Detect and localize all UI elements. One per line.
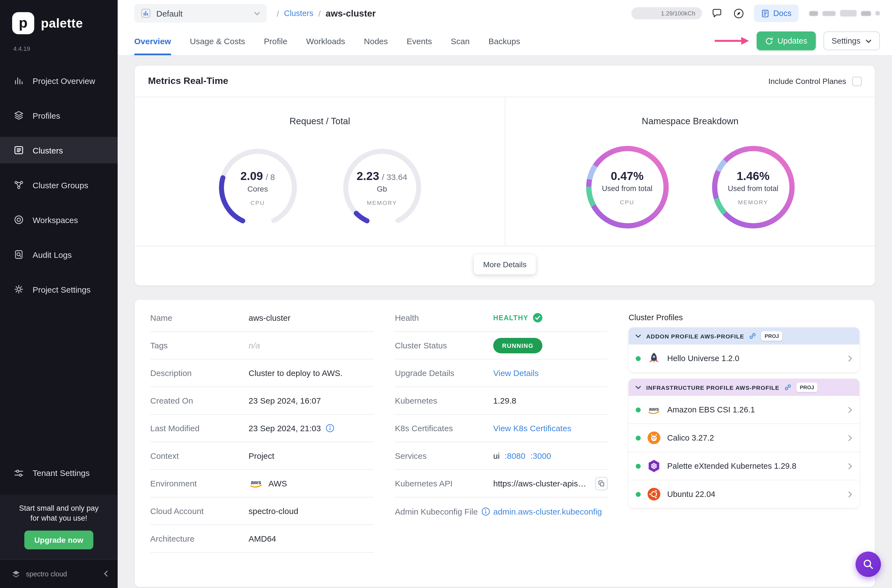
support-search-fab[interactable] bbox=[856, 552, 881, 577]
memory-gauge: 2.23 / 33.64 Gb MEMORY bbox=[341, 146, 423, 229]
sidebar-item-project-overview[interactable]: Project Overview bbox=[0, 68, 118, 94]
palette-logo-letter: p bbox=[19, 15, 28, 30]
gear-icon bbox=[13, 284, 24, 295]
kubeconfig-download-link[interactable]: admin.aws-cluster.kubeconfig bbox=[493, 507, 602, 516]
service-port-3000-link[interactable]: :3000 bbox=[530, 451, 551, 460]
cpu-gauge: 2.09 / 8 Cores CPU bbox=[216, 146, 299, 229]
cpu-gauge-label: CPU bbox=[251, 200, 265, 206]
sidebar-item-profiles[interactable]: Profiles bbox=[0, 102, 118, 129]
status-dot bbox=[636, 492, 641, 496]
profile-item-ubuntu[interactable]: Ubuntu 22.04 bbox=[629, 480, 859, 508]
status-row-health: Health HEALTHY bbox=[395, 304, 608, 332]
nodes-icon bbox=[13, 179, 24, 190]
tab-usage-costs[interactable]: Usage & Costs bbox=[190, 27, 245, 55]
profile-item-pxk[interactable]: Palette eXtended Kubernetes 1.29.8 bbox=[629, 452, 859, 480]
sidebar-item-workspaces[interactable]: Workspaces bbox=[0, 207, 118, 233]
view-details-link[interactable]: View Details bbox=[493, 368, 539, 378]
magnifier-icon bbox=[862, 558, 874, 570]
redacted-block bbox=[840, 10, 857, 16]
profile-item-hello-universe[interactable]: Hello Universe 1.2.0 bbox=[629, 345, 859, 372]
cluster-status-column: Health HEALTHY Cluster Status RUNNING Up… bbox=[395, 304, 608, 570]
project-selector[interactable]: Default bbox=[134, 4, 267, 22]
running-status-badge: RUNNING bbox=[493, 338, 542, 353]
memory-unit: Gb bbox=[377, 184, 387, 193]
updates-button[interactable]: Updates bbox=[757, 32, 815, 50]
request-total-title: Request / Total bbox=[290, 116, 350, 126]
info-icon[interactable] bbox=[326, 424, 334, 432]
tab-scan[interactable]: Scan bbox=[451, 27, 470, 55]
link-icon[interactable] bbox=[784, 384, 791, 391]
service-port-8080-link[interactable]: :8080 bbox=[505, 451, 525, 460]
namespace-breakdown-panel: Namespace Breakdown 0.47% bbox=[505, 97, 875, 246]
breadcrumb-clusters-link[interactable]: Clusters bbox=[284, 9, 313, 18]
chevron-down-icon bbox=[865, 39, 872, 43]
check-circle-icon bbox=[533, 313, 542, 322]
tab-nodes[interactable]: Nodes bbox=[364, 27, 388, 55]
field-row-description: Description Cluster to deploy to AWS. bbox=[150, 359, 374, 387]
tab-events[interactable]: Events bbox=[407, 27, 432, 55]
breadcrumb-separator: / bbox=[318, 9, 321, 18]
tab-overview[interactable]: Overview bbox=[134, 27, 171, 55]
sidebar-item-audit-logs[interactable]: Audit Logs bbox=[0, 241, 118, 268]
chevron-right-icon bbox=[848, 434, 852, 441]
sidebar-item-cluster-groups[interactable]: Cluster Groups bbox=[0, 172, 118, 198]
breadcrumb-separator: / bbox=[277, 9, 279, 18]
copy-api-url-button[interactable] bbox=[595, 477, 608, 490]
view-k8s-certificates-link[interactable]: View K8s Certificates bbox=[493, 423, 571, 433]
redacted-block bbox=[809, 11, 818, 16]
brand-name: palette bbox=[41, 16, 83, 31]
sidebar-item-clusters[interactable]: Clusters bbox=[0, 137, 118, 164]
target-icon bbox=[13, 214, 24, 225]
include-control-planes-checkbox[interactable] bbox=[852, 76, 862, 86]
tab-profile[interactable]: Profile bbox=[264, 27, 287, 55]
health-status-text: HEALTHY bbox=[493, 314, 528, 322]
sliders-icon bbox=[13, 467, 24, 478]
ubuntu-icon bbox=[647, 487, 661, 501]
redacted-user-area bbox=[809, 10, 880, 16]
settings-button-label: Settings bbox=[832, 36, 860, 45]
settings-button[interactable]: Settings bbox=[823, 32, 880, 50]
cluster-details-card: Name aws-cluster Tags n/a Description Cl… bbox=[135, 300, 875, 587]
sidebar-item-label: Profiles bbox=[33, 111, 60, 120]
infrastructure-profile-header[interactable]: INFRASTRUCTURE PROFILE AWS-PROFILE PROJ bbox=[629, 379, 859, 396]
profile-item-calico[interactable]: Calico 3.27.2 bbox=[629, 424, 859, 452]
info-icon[interactable] bbox=[482, 507, 490, 515]
namespace-cpu-caption: Used from total bbox=[602, 184, 652, 192]
sidebar-item-label: Cluster Groups bbox=[33, 180, 89, 190]
audit-doc-icon bbox=[13, 249, 24, 260]
sidebar-item-label: Audit Logs bbox=[33, 250, 72, 259]
collapse-sidebar-button[interactable] bbox=[103, 569, 109, 579]
addon-profile-header[interactable]: ADDON PROFILE AWS-PROFILE PROJ bbox=[629, 327, 859, 345]
include-control-planes-label: Include Control Planes bbox=[768, 77, 846, 86]
cpu-unit: Cores bbox=[248, 184, 268, 193]
profile-item-ebs-csi[interactable]: aws Amazon EBS CSI 1.26.1 bbox=[629, 396, 859, 424]
chat-button[interactable] bbox=[710, 7, 724, 20]
redacted-block bbox=[875, 11, 880, 15]
assistant-button[interactable] bbox=[732, 6, 746, 20]
tab-workloads[interactable]: Workloads bbox=[306, 27, 345, 55]
sidebar-item-tenant-settings[interactable]: Tenant Settings bbox=[0, 460, 118, 486]
addon-profile-section: ADDON PROFILE AWS-PROFILE PROJ Hello Uni… bbox=[629, 327, 859, 372]
chat-icon bbox=[712, 8, 722, 19]
redacted-block bbox=[822, 11, 836, 16]
namespace-cpu-percent: 0.47% bbox=[611, 169, 643, 183]
bar-chart-icon bbox=[13, 75, 24, 86]
link-icon[interactable] bbox=[749, 332, 757, 339]
field-row-name: Name aws-cluster bbox=[150, 304, 374, 332]
refresh-icon bbox=[765, 37, 773, 45]
status-row-services: Services ui :8080 :3000 bbox=[395, 442, 608, 470]
more-details-button[interactable]: More Details bbox=[474, 255, 536, 274]
upgrade-now-button[interactable]: Upgrade now bbox=[24, 531, 93, 549]
mini-chart-icon bbox=[141, 8, 151, 18]
aws-icon: aws bbox=[647, 402, 661, 417]
docs-button[interactable]: Docs bbox=[754, 4, 799, 22]
namespace-cpu-label: CPU bbox=[620, 198, 634, 205]
sidebar-item-label: Tenant Settings bbox=[33, 468, 90, 478]
tab-backups[interactable]: Backups bbox=[488, 27, 520, 55]
metrics-card: Metrics Real-Time Include Control Planes… bbox=[135, 66, 875, 285]
chevron-right-icon bbox=[848, 490, 852, 498]
proj-badge: PROJ bbox=[761, 331, 782, 340]
sidebar-item-project-settings[interactable]: Project Settings bbox=[0, 276, 118, 303]
updates-button-label: Updates bbox=[777, 36, 807, 45]
brand-logo: p palette bbox=[0, 0, 118, 38]
